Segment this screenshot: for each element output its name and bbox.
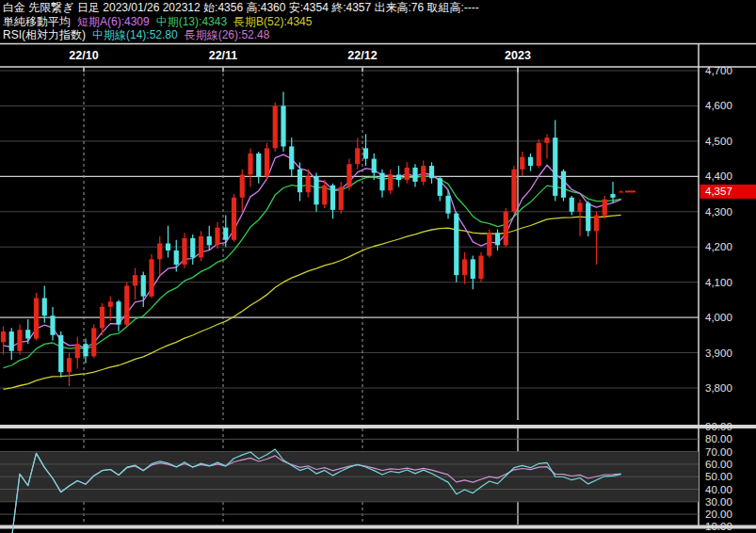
legend-item: 中期線(14):52.80 — [92, 28, 178, 41]
legend-item: 短期A(6):4309 — [77, 15, 150, 28]
candle-body — [91, 328, 96, 356]
candle-body — [42, 299, 47, 316]
price-axis-label: 4,300 — [705, 206, 732, 218]
rsi-legend-label: RSI(相対力指数) — [3, 28, 86, 41]
candle-body — [586, 202, 590, 231]
chart-canvas[interactable]: 22/1022/1122/1220234,7004,6004,5004,4004… — [0, 0, 756, 533]
candle-body — [215, 228, 219, 246]
candle-body — [322, 186, 327, 205]
rsi-axis-label: 80.00 — [705, 433, 732, 444]
rsi-axis-label: 60.00 — [705, 459, 732, 470]
candle-body — [355, 148, 360, 164]
candle-body — [504, 212, 508, 246]
candle-body — [83, 344, 88, 356]
candle-body — [67, 358, 72, 372]
candle-body — [339, 187, 344, 210]
x-axis-label: 22/11 — [209, 49, 238, 62]
candle-body — [124, 285, 129, 324]
candle-body — [50, 315, 55, 335]
candle-body — [232, 198, 236, 240]
candle-body — [223, 228, 228, 240]
candle-body — [570, 198, 574, 212]
rsi-axis-label: 90.00 — [705, 421, 732, 432]
candle-body — [561, 171, 566, 198]
candle-body — [116, 301, 121, 324]
candle-body — [544, 137, 549, 143]
candle-body — [58, 335, 63, 372]
price-axis-label: 4,100 — [705, 277, 732, 288]
candle-body — [265, 148, 269, 176]
candle-body — [405, 168, 410, 180]
candle-body — [462, 259, 467, 275]
candle-body — [100, 307, 105, 328]
rsi-panel — [0, 427, 756, 533]
candle-body — [182, 238, 186, 265]
price-axis-label: 3,800 — [705, 382, 732, 394]
candle-body — [421, 166, 426, 182]
platinum-daily-chart-window: 白金 先限繋ぎ 日足 2023/01/26 202312 始:4356 高:43… — [0, 0, 756, 533]
candle-body — [199, 236, 203, 257]
candle-body — [577, 202, 582, 211]
last-price-label: 4,357 — [705, 186, 732, 197]
candle-body — [298, 170, 302, 192]
candle-body — [174, 250, 179, 265]
candle-body — [314, 176, 318, 204]
candle-body — [248, 153, 252, 174]
ma-line — [4, 154, 621, 348]
candle-body — [133, 275, 137, 285]
rsi-legend: RSI(相対力指数)中期線(14):52.80長期線(26):52.48 — [3, 28, 486, 42]
rsi-axis-label: 50.00 — [705, 471, 732, 482]
ma-line — [4, 215, 621, 389]
candle-body — [166, 243, 170, 250]
candle-body — [25, 330, 30, 338]
candle-body — [256, 153, 261, 176]
candle-body — [108, 301, 113, 307]
candle-body — [454, 214, 458, 276]
price-axis-label: 4,400 — [705, 170, 732, 182]
price-axis-label: 3,900 — [705, 347, 732, 359]
candle-body — [553, 137, 557, 196]
candle-body — [388, 174, 393, 190]
candle-body — [511, 170, 516, 212]
candle-body — [487, 233, 491, 255]
legend-item: 長期線(26):52.48 — [185, 28, 270, 41]
candle-body — [306, 176, 311, 192]
candle-body — [594, 216, 599, 232]
candle-body — [412, 168, 417, 182]
candle-body — [34, 299, 39, 339]
candle-body — [372, 159, 377, 173]
rsi-axis-label: 10.00 — [705, 521, 732, 532]
price-axis-label: 4,700 — [705, 65, 732, 76]
candle-body — [346, 164, 351, 186]
rsi-axis-label: 70.00 — [705, 446, 732, 458]
price-axis-label: 4,000 — [705, 312, 732, 323]
chart-header: 白金 先限繋ぎ 日足 2023/01/26 202312 始:4356 高:43… — [3, 1, 486, 42]
candle-body — [273, 105, 278, 148]
rsi-axis-label: 40.00 — [705, 484, 732, 495]
candle-body — [149, 259, 153, 296]
candlestick-series[interactable] — [1, 91, 635, 386]
candle-body — [17, 330, 22, 350]
candle-body — [281, 105, 285, 146]
candle-body — [396, 174, 401, 180]
candle-body — [603, 200, 607, 216]
x-axis-label: 22/12 — [347, 49, 377, 62]
candle-body — [537, 143, 541, 166]
price-axis-label: 4,600 — [705, 100, 732, 111]
candle-body — [75, 344, 80, 358]
sma-legend-label: 単純移動平均 — [3, 15, 71, 28]
candle-body — [445, 196, 450, 214]
candle-body — [289, 147, 294, 170]
candle-body — [471, 259, 475, 279]
x-axis-label: 22/10 — [69, 49, 98, 62]
candle-body — [429, 166, 434, 178]
sma-legend: 単純移動平均短期A(6):4309中期(13):4343長期B(52):4345 — [3, 15, 486, 29]
candle-body — [495, 233, 500, 245]
price-axis-label: 4,500 — [705, 136, 732, 147]
candle-body — [438, 178, 442, 196]
candle-body — [363, 148, 368, 158]
rsi-axis-label: 20.00 — [705, 509, 732, 520]
instrument-summary: 白金 先限繋ぎ 日足 2023/01/26 202312 始:4356 高:43… — [3, 1, 486, 15]
candle-body — [330, 186, 335, 210]
legend-item: 長期B(52):4345 — [233, 15, 312, 28]
